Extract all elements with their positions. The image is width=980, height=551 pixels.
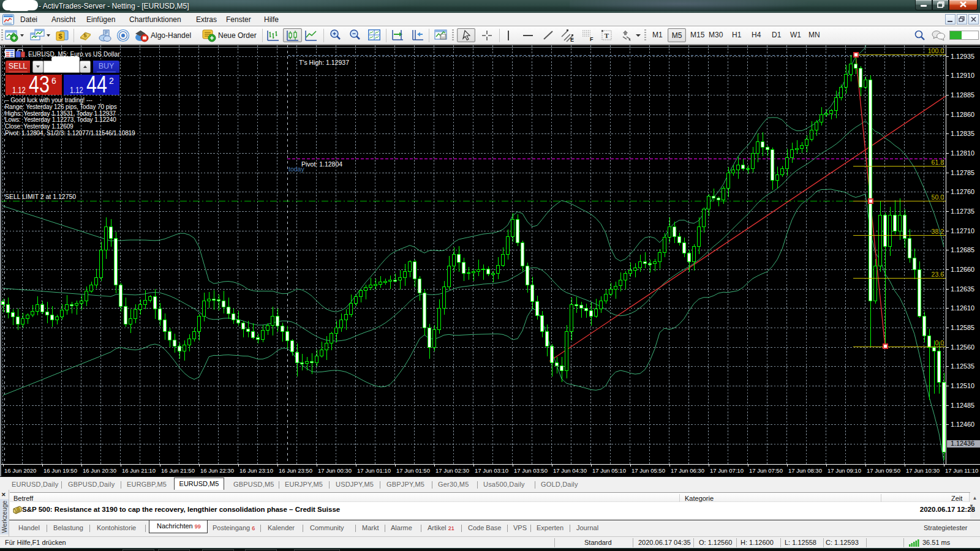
svg-text:16 Jun 2020: 16 Jun 2020: [4, 467, 36, 474]
svg-text:17 Jun 06:30: 17 Jun 06:30: [671, 467, 704, 474]
svg-text:1.12460: 1.12460: [951, 421, 974, 428]
svg-text:1.12660: 1.12660: [951, 266, 974, 273]
svg-text:5: 5: [83, 32, 86, 39]
svg-text:17 Jun 00:30: 17 Jun 00:30: [318, 467, 352, 474]
svg-text:17 Jun 09:10: 17 Jun 09:10: [827, 467, 861, 474]
svg-text:SELL LIMIT 2 at 1.12750: SELL LIMIT 2 at 1.12750: [5, 193, 76, 200]
svg-text:0.0: 0.0: [935, 339, 944, 347]
svg-text:16 Jun 21:50: 16 Jun 21:50: [161, 467, 195, 474]
svg-text:1.12635: 1.12635: [951, 285, 974, 293]
svg-text:16 Jun 19:50: 16 Jun 19:50: [43, 467, 77, 474]
svg-text:1.12436: 1.12436: [951, 440, 974, 447]
svg-text:1.12810: 1.12810: [951, 149, 974, 157]
svg-text:17 Jun 01:50: 17 Jun 01:50: [396, 467, 430, 474]
svg-text:Pivot: 1.12804: Pivot: 1.12804: [301, 160, 342, 168]
svg-text:1.12910: 1.12910: [951, 72, 974, 79]
svg-text:16 Jun 21:10: 16 Jun 21:10: [122, 467, 156, 474]
svg-text:17 Jun 10:30: 17 Jun 10:30: [906, 467, 940, 474]
svg-text:1.12885: 1.12885: [951, 91, 974, 99]
svg-text:23.6: 23.6: [932, 271, 944, 278]
svg-text:1.12785: 1.12785: [951, 169, 974, 176]
svg-text:16 Jun 22:30: 16 Jun 22:30: [200, 467, 234, 474]
svg-text:17 Jun 05:10: 17 Jun 05:10: [592, 467, 626, 474]
svg-text:1.12560: 1.12560: [951, 343, 974, 351]
svg-text:T's High: 1.12937: T's High: 1.12937: [299, 59, 349, 66]
svg-text:17 Jun 02:30: 17 Jun 02:30: [435, 467, 469, 474]
svg-text:17 Jun 03:50: 17 Jun 03:50: [514, 467, 548, 474]
svg-text:1.12735: 1.12735: [951, 208, 974, 215]
svg-text:1.12860: 1.12860: [951, 111, 974, 118]
svg-text:16 Jun 23:10: 16 Jun 23:10: [239, 467, 273, 474]
svg-text:17 Jun 07:50: 17 Jun 07:50: [749, 467, 783, 474]
svg-text:E: E: [570, 37, 574, 42]
svg-text:1.12610: 1.12610: [951, 304, 974, 312]
svg-text:61.8: 61.8: [932, 159, 944, 166]
svg-text:17 Jun 04:30: 17 Jun 04:30: [553, 467, 587, 474]
svg-text:F: F: [590, 36, 594, 42]
svg-text:17 Jun 07:10: 17 Jun 07:10: [710, 467, 744, 474]
svg-text:17 Jun 09:50: 17 Jun 09:50: [867, 467, 900, 474]
svg-text:1.12835: 1.12835: [951, 130, 974, 137]
svg-text:1.12510: 1.12510: [951, 382, 974, 389]
svg-text:1.12710: 1.12710: [951, 227, 974, 234]
svg-text:1.12485: 1.12485: [951, 402, 974, 409]
svg-text:17 Jun 01:10: 17 Jun 01:10: [357, 467, 391, 474]
svg-text:1.12935: 1.12935: [951, 53, 974, 60]
svg-text:1.12535: 1.12535: [951, 362, 974, 370]
svg-text:100.0: 100.0: [928, 47, 944, 54]
svg-text:1.12685: 1.12685: [951, 246, 974, 253]
svg-text:38.2: 38.2: [932, 228, 944, 235]
svg-text:16 Jun 23:50: 16 Jun 23:50: [279, 467, 312, 474]
svg-text:50.0: 50.0: [932, 193, 944, 201]
svg-text:17 Jun 08:30: 17 Jun 08:30: [788, 467, 822, 474]
svg-text:17 Jun 03:10: 17 Jun 03:10: [475, 467, 508, 474]
svg-text:T: T: [605, 32, 609, 39]
svg-text:$: $: [58, 32, 62, 40]
svg-text:17 Jun 11:10: 17 Jun 11:10: [945, 467, 978, 474]
svg-text:17 Jun 05:50: 17 Jun 05:50: [631, 467, 665, 474]
svg-text:1.12760: 1.12760: [951, 188, 974, 195]
svg-text:16 Jun 20:30: 16 Jun 20:30: [83, 467, 116, 474]
svg-text:1.12585: 1.12585: [951, 324, 974, 331]
